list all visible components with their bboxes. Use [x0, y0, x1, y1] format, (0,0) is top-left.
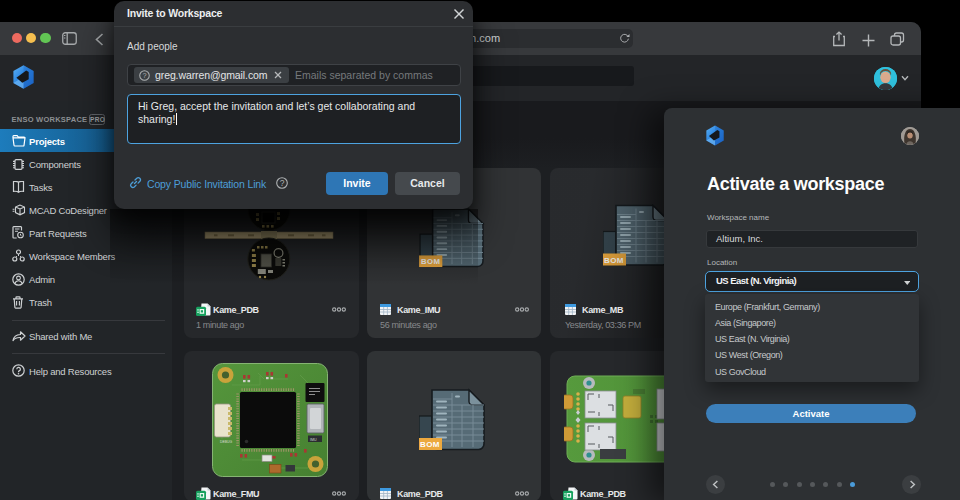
svg-text:?: ? [280, 178, 285, 188]
svg-text:DEBUG: DEBUG [220, 439, 232, 443]
svg-text:BOM: BOM [420, 440, 440, 449]
svg-text:IMU: IMU [310, 437, 317, 441]
svg-text:?: ? [143, 70, 147, 79]
